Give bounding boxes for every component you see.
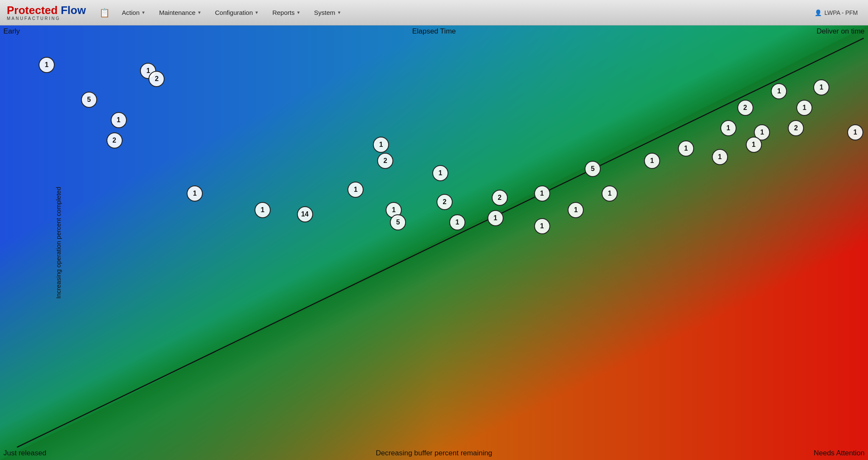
data-point-35[interactable]: 1: [847, 124, 863, 140]
nav-system[interactable]: System ▼: [309, 6, 346, 19]
logo: Protected Flow MANUFACTURING: [7, 5, 86, 21]
nav-action[interactable]: Action ▼: [117, 6, 151, 19]
data-point-34[interactable]: 1: [813, 79, 829, 95]
background-canvas: [0, 25, 868, 460]
nav-system-caret: ▼: [337, 10, 341, 15]
data-point-8[interactable]: 14: [297, 206, 313, 222]
user-info: 👤 LWPA - PFM: [811, 8, 861, 18]
nav-reports-caret: ▼: [296, 10, 300, 15]
data-point-4[interactable]: 1: [111, 112, 127, 128]
data-point-16[interactable]: 1: [449, 214, 465, 230]
nav-action-label: Action: [122, 9, 140, 16]
data-point-22[interactable]: 5: [585, 161, 601, 177]
data-point-11[interactable]: 2: [377, 153, 393, 169]
data-point-17[interactable]: 2: [492, 190, 508, 206]
data-point-10[interactable]: 1: [373, 137, 389, 153]
user-label: LWPA - PFM: [824, 9, 858, 16]
logo-protected: Protected: [7, 4, 58, 17]
data-point-13[interactable]: 5: [390, 214, 406, 230]
nav-reports[interactable]: Reports ▼: [267, 6, 305, 19]
data-point-14[interactable]: 1: [432, 165, 448, 181]
data-point-26[interactable]: 1: [712, 149, 728, 165]
data-point-6[interactable]: 1: [187, 185, 203, 202]
data-point-29[interactable]: 2: [737, 100, 753, 116]
nav-system-label: System: [314, 9, 335, 16]
nav-reports-label: Reports: [272, 9, 295, 16]
label-increasing-operation: Increasing operation percent completed: [55, 187, 62, 299]
nav-configuration[interactable]: Configuration ▼: [210, 6, 264, 19]
data-point-30[interactable]: 1: [746, 137, 762, 153]
data-point-15[interactable]: 2: [437, 194, 453, 210]
data-point-20[interactable]: 1: [534, 218, 550, 234]
label-needs-attention: Needs Attention: [814, 449, 865, 457]
nav-configuration-label: Configuration: [215, 9, 253, 16]
data-point-19[interactable]: 1: [534, 185, 550, 202]
nav-maintenance[interactable]: Maintenance ▼: [154, 6, 207, 19]
navbar: Protected Flow MANUFACTURING 📋 Action ▼ …: [0, 0, 868, 25]
label-elapsed-time: Elapsed Time: [412, 27, 456, 36]
nav-maintenance-caret: ▼: [197, 10, 202, 15]
data-point-7[interactable]: 1: [255, 202, 271, 218]
logo-flow: Flow: [58, 4, 86, 17]
data-point-23[interactable]: 1: [602, 185, 618, 202]
data-point-3[interactable]: 5: [81, 92, 97, 108]
data-point-25[interactable]: 1: [678, 140, 694, 157]
data-point-33[interactable]: 2: [788, 120, 804, 136]
data-point-0[interactable]: 1: [39, 57, 55, 73]
data-point-31[interactable]: 1: [771, 83, 787, 99]
user-icon: 👤: [815, 9, 822, 16]
label-deliver-on-time: Deliver on time: [817, 27, 865, 36]
data-point-2[interactable]: 2: [148, 71, 165, 87]
data-point-24[interactable]: 1: [644, 153, 660, 169]
data-point-27[interactable]: 1: [720, 120, 736, 136]
chart-container: Early Elapsed Time Deliver on time Just …: [0, 25, 868, 460]
nav-configuration-caret: ▼: [255, 10, 259, 15]
data-point-32[interactable]: 1: [796, 100, 812, 116]
data-point-5[interactable]: 2: [106, 132, 123, 149]
data-point-18[interactable]: 1: [487, 210, 504, 226]
nav-maintenance-label: Maintenance: [159, 9, 196, 16]
label-early: Early: [3, 27, 20, 36]
logo-manufacturing: MANUFACTURING: [7, 17, 86, 21]
data-point-9[interactable]: 1: [347, 182, 364, 198]
clipboard-icon[interactable]: 📋: [99, 8, 110, 18]
label-just-released: Just released: [3, 449, 46, 457]
label-decreasing-buffer: Decreasing buffer percent remaining: [376, 449, 493, 457]
nav-action-caret: ▼: [141, 10, 146, 15]
data-point-21[interactable]: 1: [568, 202, 584, 218]
